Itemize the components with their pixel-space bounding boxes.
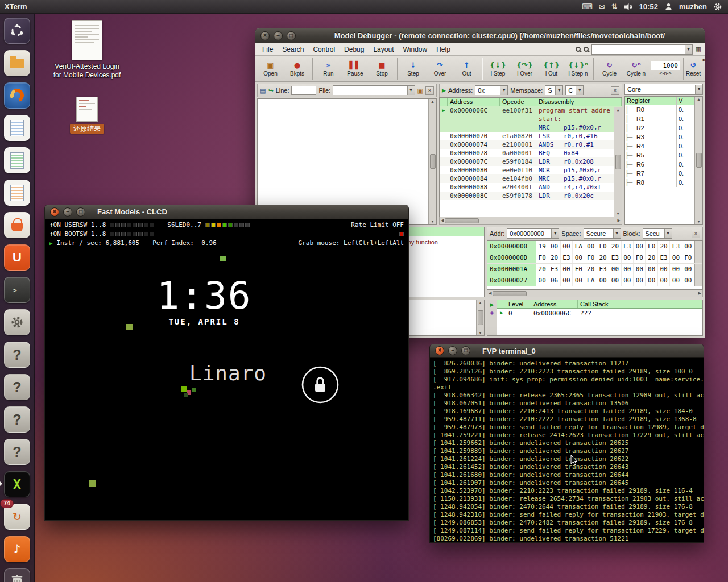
- disassembly-pane[interactable]: Address Opcode Disassembly ▶0x0000006Cee…: [439, 97, 622, 217]
- scroll-down-icon[interactable]: ▼: [478, 331, 482, 335]
- scrollbar-thumb[interactable]: [445, 218, 479, 223]
- core-combobox[interactable]: C▾: [565, 85, 584, 95]
- register-row[interactable]: ├─ R50.: [625, 151, 694, 160]
- close-window-button[interactable]: ×: [435, 346, 444, 355]
- memory-row[interactable]: 0x0000002700060000EA0000000000000000: [487, 275, 702, 286]
- memory-scroll-track[interactable]: [694, 275, 702, 286]
- chevron-down-icon[interactable]: ▾: [576, 86, 583, 95]
- scrollbar-thumb[interactable]: [430, 154, 436, 169]
- file-combobox[interactable]: ▾: [333, 85, 415, 95]
- memory-hscrollbar[interactable]: ◀▶: [487, 290, 703, 297]
- register-row[interactable]: ├─ R80.: [625, 178, 694, 187]
- stack-options-icon[interactable]: ◈: [490, 310, 494, 315]
- column-header-opcode[interactable]: Opcode: [500, 98, 536, 106]
- mail-indicator-icon[interactable]: ✉: [599, 2, 605, 11]
- memory-address-combobox[interactable]: 0x00000000▾: [507, 228, 559, 239]
- active-app-title[interactable]: XTerm: [5, 2, 27, 11]
- launcher-item-unknown-4[interactable]: ?: [3, 438, 31, 465]
- scrollbar-thumb[interactable]: [615, 155, 621, 169]
- disasm-row[interactable]: 0x0000008Ce59f0178LDRr0,0x20c: [440, 192, 622, 200]
- close-pane-icon[interactable]: ×: [692, 230, 700, 238]
- source-scrollbar[interactable]: ▲▼: [428, 99, 436, 224]
- column-header-value[interactable]: V: [676, 97, 694, 105]
- clcd-display[interactable]: ↑ON USERSW 1..8 S6LED0..7 Rate Limit OFF…: [45, 219, 408, 520]
- launcher-item-updates[interactable]: 74↻: [3, 503, 31, 530]
- scroll-right-icon[interactable]: ▶: [698, 291, 701, 296]
- register-bank-combobox[interactable]: Core▾: [624, 84, 703, 95]
- find-icon[interactable]: [576, 47, 581, 52]
- memory-scroll-track[interactable]: [694, 241, 702, 252]
- scroll-down-icon[interactable]: ▼: [431, 219, 435, 223]
- launcher-item-settings[interactable]: [3, 309, 31, 336]
- volume-muted-icon[interactable]: [624, 3, 633, 11]
- launcher-item-music[interactable]: ♪: [3, 535, 31, 563]
- minimize-window-button[interactable]: –: [63, 207, 72, 217]
- memory-space-combobox[interactable]: Secure▾: [584, 228, 621, 239]
- line-number-input[interactable]: [291, 86, 316, 95]
- launcher-item-terminal[interactable]: >_: [3, 276, 31, 304]
- search-combobox[interactable]: ▾: [592, 44, 693, 55]
- disasm-row[interactable]: ▶0x0000006Cee100f31program_start_addrest…: [440, 106, 622, 132]
- toolbar-button-over[interactable]: ↷Over: [427, 57, 453, 81]
- chevron-down-icon[interactable]: ▾: [407, 86, 415, 95]
- register-row[interactable]: ├─ R60.: [625, 160, 694, 169]
- usersw-switches[interactable]: [110, 223, 154, 227]
- menu-help[interactable]: Help: [432, 44, 455, 55]
- goto-frame-icon[interactable]: ▶: [490, 302, 494, 307]
- toolbar-button-i-over[interactable]: {↷}i Over: [511, 57, 538, 81]
- scroll-left-icon[interactable]: ◀: [489, 291, 491, 296]
- toolbar-button-cycle[interactable]: ↻Cycle: [596, 57, 623, 81]
- disassembly-scrollbar[interactable]: ▲▼: [614, 107, 622, 217]
- launcher-item-files[interactable]: [3, 49, 31, 77]
- disasm-row[interactable]: 0x00000074e2100001ANDSr0,r0,#1: [440, 140, 622, 149]
- menu-layout[interactable]: Layout: [369, 44, 398, 55]
- toolbar-button-cycle-n[interactable]: ↻ⁿCycle n: [623, 57, 650, 81]
- close-window-button[interactable]: ×: [260, 31, 270, 40]
- toolbar-button-reset[interactable]: ↺ Reset: [686, 57, 701, 81]
- scrollbar-thumb[interactable]: [478, 310, 483, 325]
- chevron-down-icon[interactable]: ▾: [613, 229, 621, 238]
- memory-row[interactable]: 0x0000000DF020E300F020E300F020E300F0: [487, 252, 702, 264]
- memory-block-combobox[interactable]: Secu▾: [643, 228, 672, 239]
- sync-indicator-icon[interactable]: ⇅: [611, 2, 618, 11]
- fvp-titlebar[interactable]: × – □ FVP terminal_0: [430, 344, 704, 358]
- menu-window[interactable]: Window: [398, 44, 432, 55]
- maximize-window-button[interactable]: □: [76, 207, 85, 217]
- launcher-item-impress[interactable]: [3, 179, 31, 206]
- address-combobox[interactable]: 0x▾: [475, 85, 508, 95]
- launcher-item-software-center[interactable]: [3, 211, 31, 239]
- launcher-item-ubuntu-one[interactable]: U: [3, 244, 31, 271]
- chevron-down-icon[interactable]: ▾: [500, 86, 507, 95]
- disasm-row[interactable]: 0x00000084ee104fb0MRCp15,#0x0,r: [440, 174, 622, 183]
- toolbar-button-out[interactable]: ↑Out: [453, 57, 480, 81]
- column-header-disassembly[interactable]: Disassembly: [536, 98, 622, 106]
- register-row[interactable]: ├─ R20.: [625, 123, 694, 132]
- chevron-down-icon[interactable]: ▾: [555, 86, 562, 95]
- minimize-window-button[interactable]: –: [274, 31, 283, 40]
- toolbar-button-pause[interactable]: ▌▌Pause: [342, 57, 369, 81]
- scroll-up-icon[interactable]: ▲: [431, 99, 435, 103]
- bootsw-switches[interactable]: [110, 232, 154, 236]
- column-header-callstack[interactable]: Call Stack: [578, 300, 702, 308]
- memory-row[interactable]: 0x0000001A20E300F020E300000000000000: [487, 264, 702, 275]
- open-file-icon[interactable]: ▣: [417, 87, 423, 94]
- chevron-down-icon[interactable]: ▾: [551, 229, 559, 238]
- launcher-item-unknown-3[interactable]: ?: [3, 406, 31, 433]
- menu-file[interactable]: File: [258, 44, 278, 55]
- launcher-item-calc[interactable]: [3, 147, 31, 174]
- session-gear-icon[interactable]: [713, 2, 722, 11]
- toolbar-button-i-out[interactable]: {↑}i Out: [538, 57, 565, 81]
- scrollbar-thumb[interactable]: [493, 291, 527, 296]
- scroll-up-icon[interactable]: ▲: [478, 301, 482, 305]
- disasm-row[interactable]: 0x00000088e204400fANDr4,r4,#0xf: [440, 183, 622, 192]
- launcher-item-writer[interactable]: [3, 114, 31, 142]
- callstack-row[interactable]: ▶00x0000006C???: [497, 309, 702, 318]
- source-file-icon[interactable]: ▤: [260, 87, 266, 94]
- toolbar-button-step[interactable]: ↓Step: [400, 57, 427, 81]
- register-row[interactable]: ├─ R30.: [625, 132, 694, 142]
- maximize-window-button[interactable]: □: [287, 31, 296, 40]
- find-next-icon[interactable]: [584, 47, 589, 52]
- disasm-row[interactable]: 0x00000080ee0e0f10MCRp15,#0x0,r: [440, 166, 622, 174]
- register-row[interactable]: ├─ R40.: [625, 142, 694, 151]
- disassembly-hscrollbar[interactable]: ◀▶: [439, 217, 622, 225]
